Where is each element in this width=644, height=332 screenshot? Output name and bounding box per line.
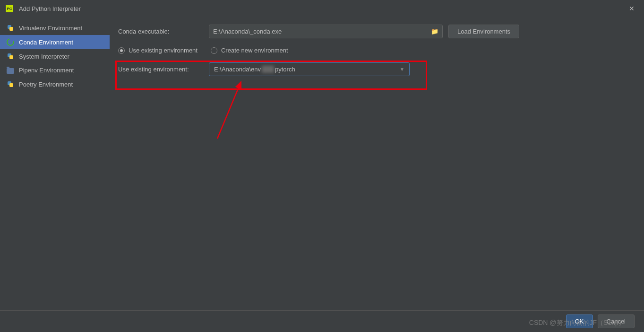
- window-title: Add Python Interpreter: [19, 5, 81, 12]
- environment-dropdown[interactable]: E:\Anaconda\envxxxxpytorch ▼: [209, 62, 410, 76]
- close-icon[interactable]: ✕: [625, 3, 638, 14]
- conda-exe-row: Conda executable: E:\Anaconda\_conda.exe…: [118, 25, 635, 38]
- conda-exe-label: Conda executable:: [118, 28, 203, 35]
- chevron-down-icon: ▼: [400, 67, 404, 72]
- sidebar-item-label: Virtualenv Environment: [19, 25, 82, 32]
- content: Virtualenv Environment Conda Environment…: [0, 17, 644, 310]
- radio-icon: [118, 47, 125, 54]
- sidebar-item-label: System Interpreter: [19, 53, 69, 60]
- python-icon: [7, 24, 14, 32]
- conda-icon: [5, 37, 16, 47]
- radio-label: Use existing environment: [129, 47, 197, 54]
- pycharm-icon: PC: [6, 5, 13, 12]
- radio-label: Create new environment: [221, 47, 288, 54]
- python-icon: [7, 80, 14, 88]
- sidebar: Virtualenv Environment Conda Environment…: [0, 17, 110, 310]
- sidebar-item-poetry[interactable]: Poetry Environment: [0, 77, 110, 91]
- radio-icon: [211, 47, 217, 54]
- python-icon: [7, 52, 14, 60]
- sidebar-item-pipenv[interactable]: Pipenv Environment: [0, 63, 110, 77]
- ok-button[interactable]: OK: [566, 315, 593, 328]
- dropdown-value: E:\Anaconda\envxxxxpytorch: [214, 66, 295, 73]
- sidebar-item-virtualenv[interactable]: Virtualenv Environment: [0, 21, 110, 35]
- conda-exe-input[interactable]: E:\Anaconda\_conda.exe 📁: [209, 25, 443, 38]
- titlebar: PC Add Python Interpreter ✕: [0, 0, 644, 17]
- main-panel: Conda executable: E:\Anaconda\_conda.exe…: [110, 17, 644, 310]
- sidebar-item-conda[interactable]: Conda Environment: [0, 35, 110, 49]
- browse-folder-icon[interactable]: 📁: [431, 28, 438, 35]
- dialog-footer: OK Cancel: [0, 310, 644, 332]
- radio-create-new[interactable]: Create new environment: [211, 47, 288, 54]
- load-environments-button[interactable]: Load Environments: [448, 25, 519, 38]
- use-existing-label: Use existing environment:: [118, 66, 203, 73]
- radio-use-existing[interactable]: Use existing environment: [118, 47, 197, 54]
- sidebar-item-label: Pipenv Environment: [19, 67, 74, 74]
- use-existing-row: Use existing environment: E:\Anaconda\en…: [118, 62, 635, 76]
- folder-icon: [7, 68, 14, 74]
- sidebar-item-system[interactable]: System Interpreter: [0, 49, 110, 63]
- cancel-button[interactable]: Cancel: [598, 315, 635, 328]
- conda-exe-value: E:\Anaconda\_conda.exe: [213, 28, 282, 35]
- sidebar-item-label: Poetry Environment: [19, 81, 73, 88]
- env-mode-radio-group: Use existing environment Create new envi…: [118, 47, 635, 54]
- sidebar-item-label: Conda Environment: [19, 39, 73, 46]
